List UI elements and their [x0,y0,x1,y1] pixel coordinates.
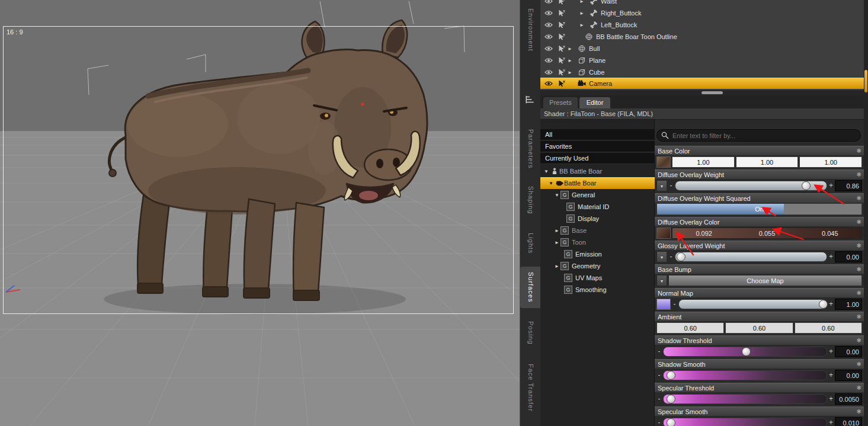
param-value[interactable]: 0.00 [835,370,862,381]
texture-thumbnail[interactable] [656,228,671,239]
slider-track[interactable] [675,252,827,262]
scene-node-waist[interactable]: ► Waist [540,0,864,7]
expand-arrow-icon[interactable]: ► [578,23,585,28]
surface-node-bb-battle-boar[interactable]: ▼ BB Battle Boar [540,165,655,177]
collapse-arrow-icon[interactable]: ▼ [547,181,555,186]
slider-handle[interactable] [677,252,686,261]
slider-handle[interactable] [667,418,675,426]
gear-icon[interactable]: ✱ [857,146,861,156]
tab-lights[interactable]: Lights [520,228,541,260]
slider-track[interactable] [663,394,827,404]
surface-node-base[interactable]: ► G Base [540,225,655,236]
surface-node-smoothing[interactable]: G Smoothing [540,284,655,296]
slider-handle[interactable] [819,300,828,309]
slider-track[interactable] [678,299,827,309]
tab-posing[interactable]: Posing [520,316,541,350]
param-value[interactable]: 0.010 [835,417,862,426]
expand-arrow-icon[interactable]: ► [578,0,585,4]
expand-arrow-icon[interactable]: ► [566,46,574,52]
tab-editor[interactable]: Editor [579,97,610,108]
on-off-toggle[interactable]: On [656,203,862,215]
slider-handle[interactable] [802,181,811,190]
color-value-g[interactable]: 0.60 [725,322,793,334]
surface-node-uv-maps[interactable]: G UV Maps [540,272,655,284]
selectability-cursor-icon[interactable] [557,0,566,5]
surface-node-material-id[interactable]: G Material ID [540,201,655,213]
decrement-button[interactable]: - [656,371,662,379]
slider-track[interactable] [675,181,827,191]
color-value-b[interactable]: 0.60 [795,322,862,334]
filter-all[interactable]: All [540,129,655,140]
search-input[interactable] [671,132,860,140]
decrement-button[interactable]: - [656,418,662,426]
decrement-button[interactable]: - [656,347,662,355]
increment-button[interactable]: + [828,300,834,308]
gear-icon[interactable]: ✱ [857,289,861,298]
gear-icon[interactable]: ✱ [857,383,861,393]
surface-node-battle-boar[interactable]: ▼ Battle Boar [540,177,655,189]
visibility-eye-icon[interactable] [544,81,553,87]
gear-icon[interactable]: ✱ [857,265,861,274]
selectability-cursor-icon[interactable] [557,57,566,64]
selectability-cursor-icon[interactable] [557,80,566,87]
scene-node-cube[interactable]: ► Cube [540,66,864,78]
increment-button[interactable]: + [828,347,834,355]
param-value[interactable]: 0.00 [835,346,862,357]
selectability-cursor-icon[interactable] [557,45,566,52]
expand-arrow-icon[interactable]: ► [566,58,574,63]
expand-arrow-icon[interactable]: ► [553,240,560,245]
tab-face-transfer[interactable]: Face Transfer [520,358,541,417]
gear-icon[interactable]: ✱ [857,170,861,180]
param-value[interactable]: 0.0050 [835,393,862,405]
color-swatch-bar[interactable]: 0.092 0.055 0.045 [672,228,862,239]
expand-arrow-icon[interactable]: ► [553,228,560,233]
map-dropdown-button[interactable]: ▼ [656,180,667,191]
tab-parameters[interactable]: Parameters [520,123,541,174]
increment-button[interactable]: + [828,252,834,261]
choose-map-button[interactable]: Choose Map [668,275,862,286]
tab-presets[interactable]: Presets [543,97,578,108]
slider-track[interactable] [663,347,827,357]
visibility-eye-icon[interactable] [544,69,553,75]
slider-track[interactable] [663,370,827,380]
scene-node-bull[interactable]: ► Bull [540,43,864,55]
collapse-arrow-icon[interactable]: ▼ [543,169,550,174]
visibility-eye-icon[interactable] [544,22,553,28]
expand-arrow-icon[interactable]: ► [578,11,585,16]
selectability-cursor-icon[interactable] [557,69,566,76]
param-value[interactable]: 0.00 [835,251,862,262]
scene-hierarchy-pane[interactable]: ► Waist ► Right_Buttock ► Left_Buttock B… [540,0,864,90]
scrollbar-thumb[interactable] [702,91,723,94]
gear-icon[interactable]: ✱ [857,312,861,322]
filter-favorites[interactable]: Favorites [540,141,655,152]
gear-icon[interactable]: ✱ [857,336,861,345]
selectability-cursor-icon[interactable] [557,9,566,17]
expand-arrow-icon[interactable]: ► [553,264,560,269]
visibility-eye-icon[interactable] [544,57,553,63]
selectability-cursor-icon[interactable] [557,21,566,28]
vertical-scrollbar[interactable] [864,0,868,426]
visibility-eye-icon[interactable] [544,0,553,4]
selectability-cursor-icon[interactable] [557,33,566,40]
filter-currently-used[interactable]: Currently Used [540,153,655,164]
scene-node-toon-outline[interactable]: BB Battle Boar Toon Outline [540,31,864,43]
map-dropdown-button[interactable]: ▼ [656,251,667,262]
texture-thumbnail[interactable] [656,156,671,168]
decrement-button[interactable]: - [668,252,674,261]
increment-button[interactable]: + [828,418,834,426]
increment-button[interactable]: + [828,371,834,379]
normal-map-thumbnail[interactable] [656,299,671,310]
increment-button[interactable]: + [828,181,834,190]
increment-button[interactable]: + [828,395,834,403]
gear-icon[interactable]: ✱ [857,194,861,203]
gear-icon[interactable]: ✱ [857,360,861,369]
gear-icon[interactable]: ✱ [857,217,861,227]
tab-surfaces[interactable]: Surfaces [520,267,541,308]
surface-node-display[interactable]: G Display [540,213,655,225]
visibility-eye-icon[interactable] [544,46,553,52]
slider-handle[interactable] [742,347,751,356]
color-value-r[interactable]: 0.60 [656,322,724,334]
gear-icon[interactable]: ✱ [857,241,861,251]
expand-arrow-icon[interactable]: ► [566,70,574,75]
tab-environment[interactable]: Environment [520,2,541,57]
